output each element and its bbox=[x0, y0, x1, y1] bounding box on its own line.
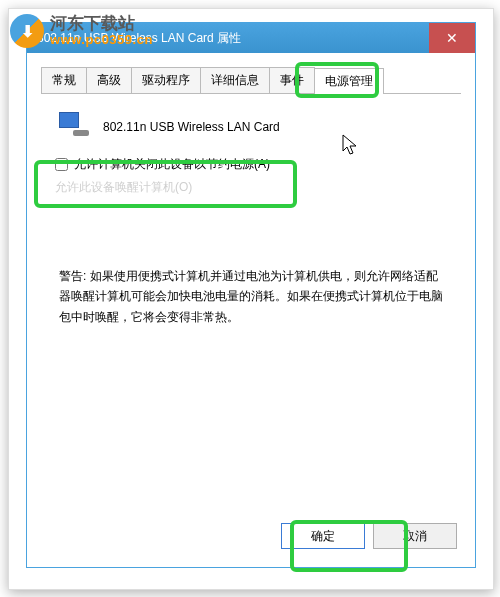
network-adapter-icon bbox=[59, 112, 93, 142]
tab-general[interactable]: 常规 bbox=[41, 67, 87, 93]
close-button[interactable]: ✕ bbox=[429, 23, 475, 53]
tab-details[interactable]: 详细信息 bbox=[200, 67, 270, 93]
tab-power-management[interactable]: 电源管理 bbox=[314, 68, 384, 94]
tab-strip: 常规 高级 驱动程序 详细信息 事件 电源管理 bbox=[41, 67, 461, 94]
device-header: 802.11n USB Wireless LAN Card bbox=[59, 112, 461, 142]
tab-events[interactable]: 事件 bbox=[269, 67, 315, 93]
cancel-button[interactable]: 取消 bbox=[373, 523, 457, 549]
warning-text: 警告: 如果使用便携式计算机并通过电池为计算机供电，则允许网络适配器唤醒计算机可… bbox=[59, 266, 443, 327]
ok-button[interactable]: 确定 bbox=[281, 523, 365, 549]
allow-power-off-checkbox[interactable] bbox=[55, 158, 68, 171]
allow-wake-row: 允许此设备唤醒计算机(O) bbox=[55, 179, 461, 196]
properties-dialog: 802.11n USB Wireless LAN Card 属性 ✕ 常规 高级… bbox=[26, 22, 476, 568]
tab-driver[interactable]: 驱动程序 bbox=[131, 67, 201, 93]
device-name: 802.11n USB Wireless LAN Card bbox=[103, 120, 280, 134]
tab-advanced[interactable]: 高级 bbox=[86, 67, 132, 93]
close-icon: ✕ bbox=[446, 30, 458, 46]
window-title: 802.11n USB Wireless LAN Card 属性 bbox=[37, 30, 429, 47]
allow-power-off-label: 允许计算机关闭此设备以节约电源(A) bbox=[74, 156, 270, 173]
title-bar: 802.11n USB Wireless LAN Card 属性 ✕ bbox=[27, 23, 475, 53]
allow-power-off-row[interactable]: 允许计算机关闭此设备以节约电源(A) bbox=[55, 156, 461, 173]
